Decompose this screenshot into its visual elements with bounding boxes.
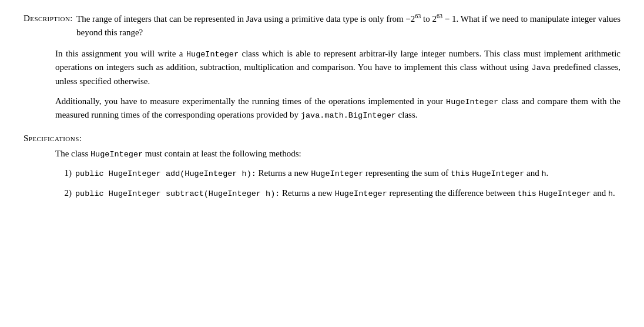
java-code-1: Java (532, 64, 551, 72)
description-section: Description: The range of integers that … (24, 12, 620, 39)
specifications-label: Specifications: (24, 132, 620, 145)
hugeinteger-code-3: HugeInteger (90, 150, 143, 159)
hugeinteger-ref-1: HugeInteger (311, 169, 363, 178)
spec-content-1: public HugeInteger add(HugeInteger h): R… (75, 166, 620, 180)
hugeinteger-ref-4: HugeInteger (539, 189, 591, 198)
specifications-section: Specifications: The class HugeInteger mu… (24, 132, 620, 200)
spec-num-1: 1) (55, 166, 72, 180)
add-signature: public HugeInteger add(HugeInteger h): (75, 169, 256, 178)
desc-text-1a: The range of integers that can be repres… (76, 14, 415, 24)
exponent-63-2: 63 (437, 13, 442, 19)
description-paragraph-3: Additionally, you have to measure experi… (55, 95, 620, 122)
hugeinteger-ref-3: HugeInteger (335, 189, 387, 198)
exponent-63-1: 63 (415, 13, 421, 19)
desc-text-1b: to 2 (421, 14, 437, 24)
biginteger-code: java.math.BigInteger (301, 111, 396, 120)
spec-item-add: 1) public HugeInteger add(HugeInteger h)… (55, 166, 620, 180)
spec-list: 1) public HugeInteger add(HugeInteger h)… (55, 166, 620, 200)
hugeinteger-code-1: HugeInteger (186, 50, 239, 59)
description-paragraph-2: In this assignment you will write a Huge… (55, 47, 620, 88)
description-label: Description: (24, 12, 73, 39)
this-ref-1: this (451, 169, 469, 178)
h-ref-1: h (541, 169, 546, 178)
subtract-signature: public HugeInteger subtract(HugeInteger … (75, 189, 280, 198)
spec-num-2: 2) (55, 186, 72, 200)
spec-content-2: public HugeInteger subtract(HugeInteger … (75, 186, 620, 200)
this-ref-2: this (518, 189, 536, 198)
h-ref-2: h (608, 189, 613, 198)
specifications-intro: The class HugeInteger must contain at le… (55, 147, 620, 161)
description-paragraph-1: The range of integers that can be repres… (76, 12, 620, 39)
spec-item-subtract: 2) public HugeInteger subtract(HugeInteg… (55, 186, 620, 200)
hugeinteger-code-2: HugeInteger (446, 98, 498, 106)
hugeinteger-ref-2: HugeInteger (472, 169, 524, 178)
